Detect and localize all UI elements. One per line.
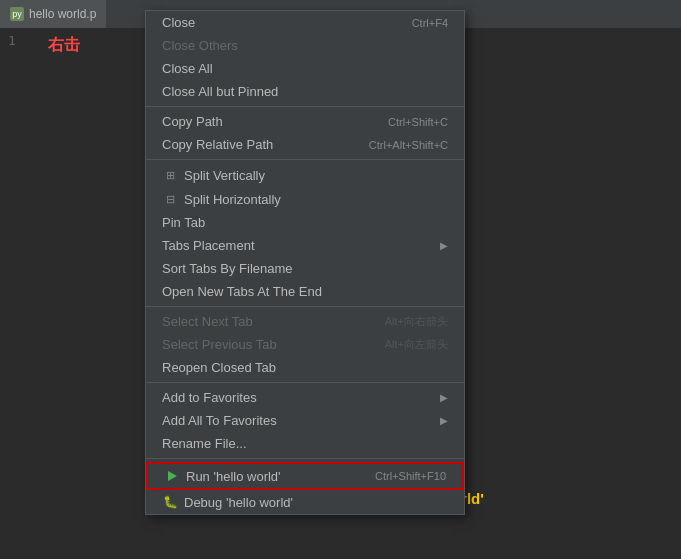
annotation-right-click: 右击	[48, 35, 80, 56]
menu-item-reopen-closed-tab[interactable]: Reopen Closed Tab	[146, 356, 464, 379]
menu-shortcut-select-prev-tab: Alt+向左箭头	[385, 337, 448, 352]
menu-item-copy-relative-path[interactable]: Copy Relative Path Ctrl+Alt+Shift+C	[146, 133, 464, 156]
debug-icon: 🐛	[162, 494, 178, 510]
menu-label-debug-hello-world: Debug 'hello world'	[184, 495, 293, 510]
menu-label-rename-file: Rename File...	[162, 436, 247, 451]
separator-4	[146, 382, 464, 383]
menu-item-add-all-favorites[interactable]: Add All To Favorites ▶	[146, 409, 464, 432]
line-number-1: 1	[8, 33, 16, 48]
menu-item-pin-tab[interactable]: Pin Tab	[146, 211, 464, 234]
menu-item-tabs-placement[interactable]: Tabs Placement ▶	[146, 234, 464, 257]
menu-item-sort-tabs[interactable]: Sort Tabs By Filename	[146, 257, 464, 280]
menu-item-close-all[interactable]: Close All	[146, 57, 464, 80]
line-numbers: 1	[0, 28, 40, 53]
split-v-icon: ⊞	[162, 167, 178, 183]
separator-2	[146, 159, 464, 160]
separator-5	[146, 458, 464, 459]
menu-label-open-new-tabs-end: Open New Tabs At The End	[162, 284, 322, 299]
menu-label-copy-relative-path: Copy Relative Path	[162, 137, 273, 152]
separator-3	[146, 306, 464, 307]
menu-label-close-all: Close All	[162, 61, 213, 76]
menu-shortcut-copy-path: Ctrl+Shift+C	[388, 116, 448, 128]
menu-shortcut-close: Ctrl+F4	[412, 17, 448, 29]
tab-filename: hello world.p	[29, 7, 96, 21]
submenu-arrow-add-all-favorites: ▶	[440, 415, 448, 426]
menu-item-add-favorites[interactable]: Add to Favorites ▶	[146, 386, 464, 409]
menu-item-split-horizontally[interactable]: ⊟ Split Horizontally	[146, 187, 464, 211]
menu-label-add-favorites: Add to Favorites	[162, 390, 257, 405]
menu-label-run-hello-world: Run 'hello world'	[186, 469, 281, 484]
menu-item-debug-hello-world[interactable]: 🐛 Debug 'hello world'	[146, 490, 464, 514]
menu-label-tabs-placement: Tabs Placement	[162, 238, 255, 253]
menu-item-copy-path[interactable]: Copy Path Ctrl+Shift+C	[146, 110, 464, 133]
split-h-icon: ⊟	[162, 191, 178, 207]
menu-item-select-prev-tab[interactable]: Select Previous Tab Alt+向左箭头	[146, 333, 464, 356]
menu-label-copy-path: Copy Path	[162, 114, 223, 129]
menu-label-add-all-favorites: Add All To Favorites	[162, 413, 277, 428]
run-triangle-icon	[168, 471, 177, 481]
menu-item-run-hello-world[interactable]: Run 'hello world' Ctrl+Shift+F10	[146, 462, 464, 490]
menu-label-reopen-closed-tab: Reopen Closed Tab	[162, 360, 276, 375]
menu-label-sort-tabs: Sort Tabs By Filename	[162, 261, 293, 276]
menu-item-close[interactable]: Close Ctrl+F4	[146, 11, 464, 34]
menu-label-select-prev-tab: Select Previous Tab	[162, 337, 277, 352]
menu-item-split-vertically[interactable]: ⊞ Split Vertically	[146, 163, 464, 187]
menu-item-open-new-tabs-end[interactable]: Open New Tabs At The End	[146, 280, 464, 303]
menu-label-split-horizontally: Split Horizontally	[184, 192, 281, 207]
menu-item-close-all-pinned[interactable]: Close All but Pinned	[146, 80, 464, 103]
menu-shortcut-copy-relative-path: Ctrl+Alt+Shift+C	[369, 139, 448, 151]
menu-shortcut-run-hello-world: Ctrl+Shift+F10	[375, 470, 446, 482]
menu-shortcut-select-next-tab: Alt+向右箭头	[385, 314, 448, 329]
file-icon: py	[10, 7, 24, 21]
context-menu: Close Ctrl+F4 Close Others Close All Clo…	[145, 10, 465, 515]
menu-item-close-others[interactable]: Close Others	[146, 34, 464, 57]
menu-label-close-all-pinned: Close All but Pinned	[162, 84, 278, 99]
submenu-arrow-add-favorites: ▶	[440, 392, 448, 403]
menu-label-select-next-tab: Select Next Tab	[162, 314, 253, 329]
menu-label-split-vertically: Split Vertically	[184, 168, 265, 183]
separator-1	[146, 106, 464, 107]
menu-label-pin-tab: Pin Tab	[162, 215, 205, 230]
menu-item-select-next-tab[interactable]: Select Next Tab Alt+向右箭头	[146, 310, 464, 333]
submenu-arrow-tabs-placement: ▶	[440, 240, 448, 251]
menu-item-rename-file[interactable]: Rename File...	[146, 432, 464, 455]
menu-label-close: Close	[162, 15, 195, 30]
tab-item[interactable]: py hello world.p	[0, 0, 106, 28]
run-icon	[164, 468, 180, 484]
menu-label-close-others: Close Others	[162, 38, 238, 53]
